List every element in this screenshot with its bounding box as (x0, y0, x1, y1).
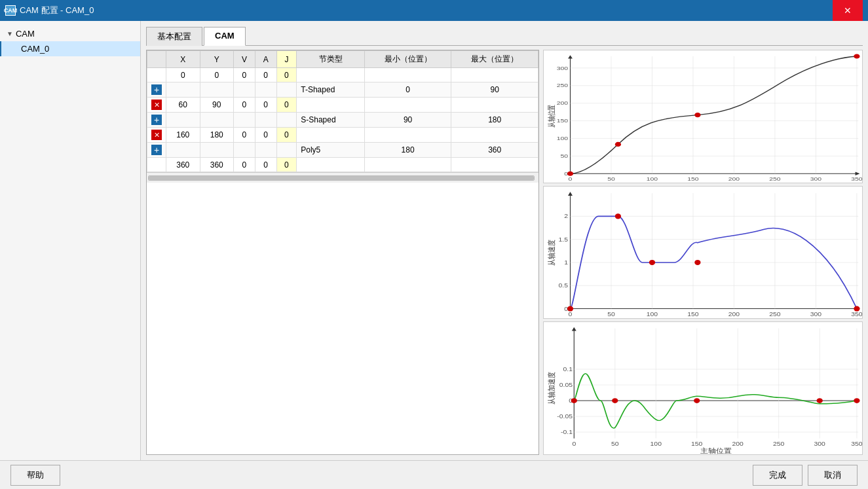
cell-min (364, 128, 451, 143)
cell-j (276, 113, 297, 128)
table-scrollbar[interactable] (147, 172, 538, 183)
cell-min (364, 158, 451, 172)
cell-j[interactable]: 0 (276, 98, 297, 113)
row-ctrl-cell (147, 68, 166, 82)
table-row: ✕6090000 (147, 98, 538, 113)
cell-max[interactable]: 180 (451, 113, 538, 128)
cell-seg-type[interactable]: Poly5 (297, 143, 365, 158)
cell-v[interactable]: 0 (234, 68, 255, 82)
svg-marker-58 (568, 192, 573, 196)
svg-text:250: 250 (769, 310, 781, 317)
cell-y[interactable]: 180 (200, 128, 234, 143)
cell-v[interactable]: 0 (234, 98, 255, 113)
svg-text:200: 200 (728, 176, 740, 182)
svg-text:200: 200 (557, 100, 568, 106)
th-min: 最小（位置） (364, 51, 451, 68)
cancel-button[interactable]: 取消 (808, 465, 858, 486)
svg-text:200: 200 (732, 441, 744, 447)
svg-text:50: 50 (611, 441, 619, 447)
cell-y[interactable]: 0 (200, 68, 234, 82)
cell-min[interactable]: 90 (364, 113, 451, 128)
pos-dot-2 (694, 113, 700, 117)
sidebar: ▼ CAM CAM_0 (0, 21, 141, 460)
cell-a[interactable]: 0 (255, 158, 276, 172)
svg-marker-31 (856, 172, 860, 175)
cell-j[interactable]: 0 (276, 158, 297, 172)
cell-seg-type (297, 68, 365, 82)
pos-dot-1 (615, 142, 621, 147)
help-button[interactable]: 帮助 (10, 465, 60, 486)
cell-min (364, 68, 451, 82)
cell-min[interactable]: 180 (364, 143, 451, 158)
cam-table: X Y V A J 节类型 最小（位置） 最大（位置） (147, 50, 538, 172)
acc-dot-4 (854, 399, 859, 404)
cell-y[interactable]: 360 (200, 158, 234, 172)
sidebar-cam-label: CAM (16, 29, 35, 39)
middle-section: X Y V A J 节类型 最小（位置） 最大（位置） (146, 50, 863, 455)
add-row-button[interactable]: + (151, 84, 162, 95)
cell-x[interactable]: 0 (166, 68, 200, 82)
cell-a[interactable]: 0 (255, 98, 276, 113)
cell-a[interactable]: 0 (255, 68, 276, 82)
del-row-button[interactable]: ✕ (151, 100, 162, 110)
cell-a (255, 113, 276, 128)
sidebar-item-cam[interactable]: ▼ CAM (0, 26, 140, 41)
table-row: +T-Shaped090 (147, 82, 538, 98)
svg-text:0.1: 0.1 (563, 366, 573, 372)
svg-text:300: 300 (557, 65, 568, 71)
cell-seg-type[interactable]: S-Shaped (297, 113, 365, 128)
cell-j[interactable]: 0 (276, 128, 297, 143)
cell-seg-type[interactable]: T-Shaped (297, 82, 365, 98)
svg-text:350: 350 (851, 176, 862, 182)
th-j: J (276, 51, 297, 68)
svg-text:0: 0 (569, 176, 573, 182)
cell-max (451, 68, 538, 82)
chevron-icon: ▼ (7, 30, 13, 37)
cell-x[interactable]: 60 (166, 98, 200, 113)
svg-text:0.05: 0.05 (559, 382, 573, 388)
cell-v[interactable]: 0 (234, 158, 255, 172)
main-container: ▼ CAM CAM_0 基本配置 CAM (0, 21, 868, 489)
del-row-button[interactable]: ✕ (151, 130, 162, 140)
cell-y[interactable]: 90 (200, 98, 234, 113)
svg-text:200: 200 (728, 310, 740, 317)
vel-dot-3 (694, 260, 700, 265)
cell-j[interactable]: 0 (276, 68, 297, 82)
cell-x (166, 143, 200, 158)
table-row: 00000 (147, 68, 538, 82)
svg-text:150: 150 (691, 441, 702, 447)
acc-dot-1 (612, 399, 618, 404)
vel-y-label: 从轴速度 (548, 239, 556, 266)
svg-text:300: 300 (814, 441, 825, 447)
tab-basic-config[interactable]: 基本配置 (146, 27, 202, 46)
th-v: V (234, 51, 255, 68)
row-ctrl-cell: + (147, 143, 166, 158)
right-panel: 基本配置 CAM X Y V A (141, 21, 868, 460)
cell-x[interactable]: 160 (166, 128, 200, 143)
sidebar-cam0-label: CAM_0 (21, 44, 49, 54)
finish-button[interactable]: 完成 (753, 465, 802, 486)
th-ctrl (147, 51, 166, 68)
add-row-button[interactable]: + (151, 115, 162, 125)
close-button[interactable]: ✕ (833, 0, 863, 21)
table-row: ✕160180000 (147, 128, 538, 143)
tab-cam[interactable]: CAM (204, 27, 246, 46)
row-ctrl-cell: ✕ (147, 128, 166, 143)
cell-min[interactable]: 0 (364, 82, 451, 98)
cell-a[interactable]: 0 (255, 128, 276, 143)
cell-x[interactable]: 360 (166, 158, 200, 172)
cell-y (200, 143, 234, 158)
add-row-button[interactable]: + (151, 145, 162, 155)
cell-v[interactable]: 0 (234, 128, 255, 143)
cell-max[interactable]: 90 (451, 82, 538, 98)
cell-a (255, 82, 276, 98)
acc-dot-0 (571, 399, 577, 404)
cell-j (276, 82, 297, 98)
acc-dot-2 (694, 399, 700, 404)
cell-max[interactable]: 360 (451, 143, 538, 158)
cell-a (255, 143, 276, 158)
svg-text:50: 50 (560, 153, 568, 159)
vel-dot-2 (649, 260, 655, 265)
sidebar-item-cam0[interactable]: CAM_0 (0, 41, 140, 56)
cell-x (166, 113, 200, 128)
